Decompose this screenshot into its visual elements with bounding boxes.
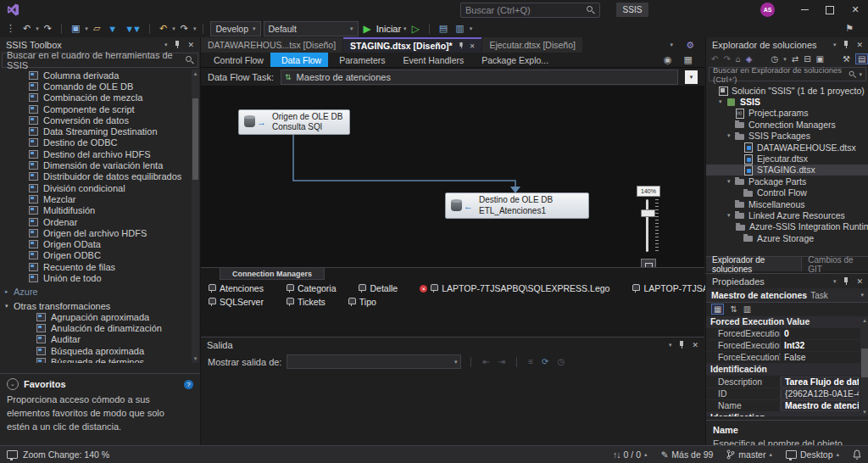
expander-icon[interactable] (727, 178, 735, 185)
menu-item[interactable] (109, 0, 121, 20)
toolbox-item[interactable]: Recuento de filas (0, 261, 200, 272)
toolbox-item[interactable]: Búsqueda de términos (0, 356, 200, 363)
design-surface[interactable]: Origen de OLE DB Consulta SQl Destino de… (201, 86, 704, 267)
pin-icon[interactable] (843, 277, 849, 286)
zoom-fit-button[interactable] (641, 259, 656, 267)
prev-message-icon[interactable] (481, 357, 491, 366)
alphabetical-icon[interactable] (730, 304, 737, 314)
tree-item[interactable]: Miscellaneous (706, 198, 868, 209)
clear-output-icon[interactable] (526, 357, 535, 366)
window-position-icon[interactable] (164, 42, 168, 48)
pin-icon[interactable] (174, 41, 181, 49)
scrollbar-thumb[interactable] (192, 98, 198, 180)
data-flow-task-dropdown-button[interactable] (685, 70, 698, 84)
property-value[interactable]: 0 (781, 329, 860, 338)
back-icon[interactable] (711, 54, 718, 64)
property-value[interactable]: False (781, 353, 860, 362)
ole-db-source-node[interactable]: Origen de OLE DB Consulta SQl (238, 109, 350, 135)
close-icon[interactable] (856, 41, 863, 49)
expander-icon[interactable] (5, 303, 14, 310)
connection-managers-tab[interactable]: Connection Managers (220, 268, 325, 280)
tree-item[interactable]: Package Parts (706, 176, 868, 187)
property-row[interactable]: ForcedExecutionValue 0 (706, 328, 860, 340)
solution-platform-dropdown[interactable]: Default (264, 21, 359, 36)
pin-icon[interactable] (678, 341, 685, 349)
property-row[interactable]: Description Tarea Flujo de datos (706, 376, 860, 388)
property-value[interactable]: Maestro de atenciones (781, 400, 860, 411)
categorized-icon[interactable] (711, 304, 724, 315)
toolbox-item[interactable]: Combinación de mezcla (0, 92, 200, 103)
pending-changes-filter-icon[interactable] (771, 54, 779, 64)
menu-item[interactable] (26, 0, 38, 20)
properties-scrollbar[interactable] (860, 316, 868, 416)
menu-item[interactable] (169, 0, 181, 20)
navigate-forward-icon[interactable] (42, 23, 54, 34)
tree-item[interactable]: SSIS Packages (706, 131, 868, 142)
expander-icon[interactable] (727, 132, 735, 139)
window-position-icon[interactable] (833, 278, 837, 285)
package-deploy-icon[interactable] (437, 23, 450, 34)
tree-item[interactable]: SSIS (706, 96, 868, 107)
save-icon[interactable] (105, 24, 120, 34)
notifications-bell-icon[interactable] (853, 449, 861, 460)
toolbox-item[interactable]: Unión de todo (0, 272, 200, 283)
scroll-down-icon[interactable] (192, 355, 199, 362)
save-all-icon[interactable] (122, 24, 142, 34)
toolbox-item[interactable]: Ordenar (0, 216, 200, 227)
designer-tab[interactable]: Event Handlers (392, 53, 470, 67)
toolbox-item[interactable]: Origen ODBC (0, 250, 200, 261)
tree-item[interactable]: Linked Azure Resources (706, 209, 868, 220)
zoom-slider-thumb[interactable] (641, 209, 655, 217)
pending-changes-indicator[interactable]: Más de 99 (661, 449, 714, 460)
property-row[interactable]: Identificación (706, 364, 860, 376)
document-tab[interactable]: Ejecutar.dtsx [Diseño] (482, 37, 582, 53)
close-icon[interactable] (692, 341, 698, 349)
tree-item[interactable]: Solución "SSIS" (1 de 1 proyecto) (706, 85, 868, 96)
next-message-icon[interactable] (497, 357, 507, 366)
toolbox-item[interactable]: Agrupación aproximada (0, 311, 200, 322)
property-value[interactable]: Int32 (781, 341, 860, 350)
solution-configuration-dropdown[interactable]: Develop (210, 21, 260, 36)
property-row[interactable]: ID {2962A12B-0A1E-4606-9C9A- (706, 388, 860, 400)
scroll-down-icon[interactable] (860, 409, 868, 416)
timestamp-icon[interactable] (555, 357, 566, 366)
start-button-label[interactable]: Iniciar (376, 24, 401, 34)
toolbox-item[interactable]: Mezclar (0, 193, 200, 204)
expander-icon[interactable] (5, 288, 14, 295)
menu-item[interactable] (62, 0, 74, 20)
tree-item[interactable]: Project.params (706, 108, 868, 119)
toolbox-item[interactable]: Búsqueda aproximada (0, 345, 200, 356)
menu-item[interactable] (86, 0, 97, 20)
connection-manager-item[interactable]: ✕ Tickets (286, 297, 326, 307)
collapse-all-icon[interactable] (804, 54, 810, 64)
tree-item[interactable]: Ejecutar.dtsx (706, 153, 868, 164)
ssis-menu-badge[interactable]: SSIS (616, 3, 648, 17)
environment-selector[interactable]: Desktop (786, 449, 839, 460)
filter-dropdown[interactable] (783, 56, 787, 63)
property-value[interactable]: Tarea Flujo de datos (781, 377, 860, 388)
redo-dropdown[interactable] (193, 25, 197, 32)
gear-icon[interactable] (686, 40, 694, 51)
designer-tab[interactable]: Control Flow (203, 53, 270, 67)
forward-icon[interactable] (723, 54, 730, 64)
info-icon[interactable]: ? (184, 380, 193, 389)
property-row[interactable]: ForceExecutionValue False (706, 352, 860, 364)
account-avatar[interactable]: AS (760, 3, 775, 17)
properties-wrench-icon[interactable] (843, 54, 850, 64)
toolbox-item[interactable]: Auditar (0, 334, 200, 345)
connection-manager-item[interactable]: ✕ Detalle (358, 283, 398, 293)
zoom-slider-track[interactable] (646, 199, 648, 252)
expander-icon[interactable] (719, 98, 726, 105)
menu-item[interactable] (133, 0, 145, 20)
close-button[interactable] (843, 0, 868, 20)
connection-manager-item[interactable]: ✕ Atenciones (208, 283, 264, 293)
toolbox-item[interactable]: División condicional (0, 182, 200, 193)
toolbox-item[interactable]: Conversión de datos (0, 114, 200, 126)
toolbox-search-box[interactable]: Buscar en el cuadro de herramientas de S… (2, 53, 198, 68)
scroll-up-icon[interactable] (860, 317, 868, 324)
quick-search-box[interactable]: Buscar (Ctrl+Q) (460, 3, 600, 18)
tree-item[interactable]: Azure-SSIS Integration Runtime (706, 221, 868, 232)
document-tab[interactable]: DATAWAREHOUS...tsx [Diseño] (201, 37, 342, 53)
window-position-icon[interactable] (833, 42, 837, 48)
tree-item[interactable]: DATAWAREHOUSE.dtsx (706, 142, 868, 153)
